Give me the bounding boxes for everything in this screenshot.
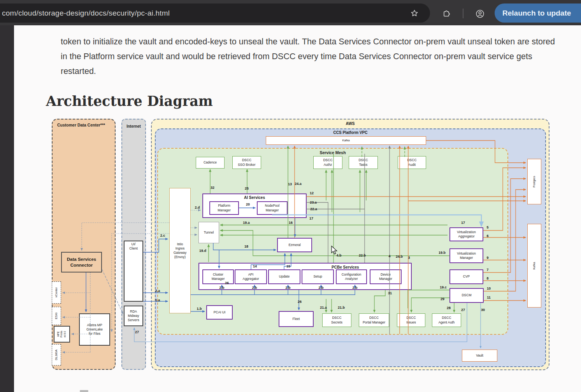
box-dl380a: DL380A [52,344,61,366]
relaunch-button[interactable]: Relaunch to update [495,4,581,23]
url-bar[interactable]: com/cloud/storage-design/docs/security/p… [0,4,430,23]
profile-icon[interactable] [475,9,485,19]
box-label: NodePool Manager [265,204,279,212]
box-dscc-agent-auth: DSCC Agent Auth [432,313,461,327]
edge-label-26: 26 [225,281,229,285]
region-label: Service Mesh [319,150,346,155]
box-dscc-authz: DSCC Authz [313,156,342,169]
box-dscc-audit: DSCC Audit [398,156,426,169]
edge-label-10: 10 [487,287,491,290]
edge-label-31: 31 [388,291,392,295]
box-kafka-top: Kafka [266,136,426,145]
edge-label-22.b: 22.b [359,253,366,257]
box-label: DSCM [462,293,471,297]
box-label: ESXi [54,313,58,319]
edge-label-22.a: 22.a [310,207,317,211]
edge-label-18: 18 [244,244,248,248]
edge-label-20: 20 [246,202,250,206]
region-label: Customer Data Center*** [57,123,105,127]
box-label: DSCC Authz [323,158,332,167]
edge-label-1.a: 1.a [155,298,160,302]
edge-label-21.b: 21.b [338,306,345,309]
box-label: DSCC Audit [407,158,416,167]
box-cluster-manager: Cluster Manager [202,269,234,284]
edge-label-9: 9 [486,256,488,260]
edge-label-14: 14 [253,264,257,268]
box-virtualization-aggregator: Virtualization Aggregator [449,227,483,241]
box-label: CVP [463,274,470,279]
box-label: Istio Ingres Gateway (Envoy) [174,242,187,259]
edge-label-13: 13 [288,182,292,186]
box-vcenter: vCenter [52,281,61,304]
box-label: vCenter [54,287,58,297]
edge-label-6: 6 [486,234,488,238]
box-label: DL380A [54,350,58,360]
edge-label-2.b: 2.b [352,286,357,290]
box-label: RDA Midway Servers [128,309,139,322]
edge-label-29: 29 [441,297,444,301]
architecture-diagram: Customer Data Center***InternetAWSCCS Pl… [0,0,581,392]
edge-label-16: 16 [289,221,293,225]
edge-label-19.d: 19.d [199,249,206,253]
box-label: Alletra MP GreenLake for Files [86,323,103,336]
box-label: Tunnel [204,230,214,235]
box-fleet: Fleet [279,311,314,327]
edge-label-21.a: 21.a [320,306,327,309]
box-dscc-secrets: DSCC Secrets [322,313,351,327]
box-label: Ezmeral [288,243,300,247]
box-ui-client: UI/ Client [124,241,143,302]
edge-label-24.b: 24.b [396,255,403,258]
box-label: Configuration Analyzer [342,272,362,281]
edge-label-2.b: 2.b [219,286,224,290]
box-label: AI Services [244,194,265,200]
edge-label-24.a: 24.a [295,182,302,186]
edge-label-15: 15 [286,264,290,268]
box-label: Cadence [204,160,217,165]
mouse-cursor-icon [331,246,340,256]
extensions-icon[interactable] [442,9,451,18]
box-label: Update [279,274,290,279]
box-label: Device Manager [379,272,392,281]
box-dscm: DSCM [449,288,484,303]
box-virtualization-manager: Virtualization Manager [449,248,483,263]
box-label: API Aggregator [242,272,259,281]
edge-label-12: 12 [310,191,314,195]
box-vault: Vault [462,350,497,362]
edge-label-2.b: 2.b [252,286,257,290]
region-label: AWS [346,121,355,126]
edge-label-25: 25 [245,186,249,190]
edge-label-28: 28 [447,306,451,310]
box-label: DSCC Portal Manager [363,316,385,324]
edge-label-4: 4 [388,254,390,258]
box-label: Data Services Connector [67,257,96,268]
edge-label-30: 30 [481,308,485,312]
box-label: Virtualization Aggregator [457,230,476,239]
box-label: UI/ Client [129,241,138,251]
box-kafka-broker: Kafka [527,224,541,308]
box-cvp: CVP [449,269,483,284]
edge-label-2.b: 2.b [285,286,290,290]
box-ezmeral: Ezmeral [277,238,312,252]
edge-label-2.d: 2.d [195,206,200,209]
box-nodepool-manager: NodePool Manager [257,201,288,215]
box-dscc-tasks: DSCC Tasks [349,156,378,169]
edge-label-17: 17 [309,216,313,220]
edge-label-27: 27 [135,330,139,334]
edge-label-19.c: 19.c [440,285,447,289]
box-label: Postgres [532,176,536,188]
box-pcai-ui: PCAI UI [206,305,233,320]
box-dscc-sso-broker: DSCC SSO Broker [232,156,261,169]
box-update: Update [268,269,300,284]
bookmark-star-icon[interactable] [410,9,419,18]
box-dscc-issues: DSCC Issues [397,313,425,327]
edge-label-26: 26 [298,300,302,304]
box-label: Setup [313,274,322,279]
box-cadence: Cadence [196,157,225,169]
box-label: DSCC SSO Broker [238,158,255,167]
region-label: Internet [126,124,141,128]
url-text: com/cloud/storage-design/docs/security/p… [2,4,170,23]
box-label: Fleet [293,317,300,321]
box-label: Kafka [532,262,536,269]
edge-label-8: 8 [486,276,488,280]
box-label: Cluster Manager [212,272,225,281]
